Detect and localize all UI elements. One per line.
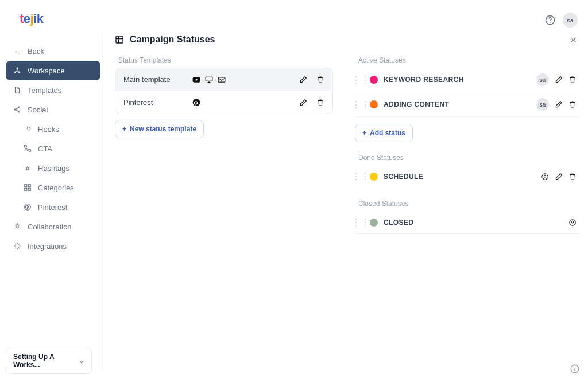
- delete-icon[interactable]: [568, 173, 577, 181]
- new-template-button[interactable]: + New status template: [115, 120, 204, 138]
- hook-icon: [23, 124, 32, 134]
- integrations-icon: [13, 241, 22, 251]
- status-name: SCHEDULE: [384, 173, 535, 181]
- delete-icon[interactable]: [316, 76, 324, 84]
- svg-point-5: [18, 107, 20, 108]
- active-statuses-heading: Active Statuses: [358, 56, 579, 64]
- svg-point-6: [14, 109, 16, 110]
- hashtag-icon: #: [23, 163, 32, 173]
- sidebar: ← Back Workspace Templates Social Hooks …: [6, 34, 100, 256]
- mail-icon: [218, 76, 226, 84]
- drag-handle-icon[interactable]: ⋮⋮: [357, 99, 364, 110]
- delete-icon[interactable]: [568, 100, 577, 108]
- button-label: Add status: [370, 129, 405, 137]
- svg-rect-13: [116, 36, 123, 43]
- status-row: ⋮⋮ SCHEDULE: [355, 165, 579, 188]
- status-row: ⋮⋮ CLOSED: [355, 211, 579, 234]
- status-color-dot: [370, 100, 378, 108]
- status-color-dot: [370, 76, 378, 84]
- nav-collaboration[interactable]: Collaboration: [6, 217, 100, 236]
- nav-label: Integrations: [28, 242, 67, 251]
- status-color-dot: [370, 173, 378, 181]
- collaboration-icon: [13, 222, 22, 231]
- edit-icon[interactable]: [555, 100, 563, 108]
- user-avatar[interactable]: sa: [563, 13, 578, 28]
- delete-icon[interactable]: [568, 76, 577, 84]
- nav-label: Templates: [28, 86, 61, 95]
- nav-label: Workspace: [28, 67, 65, 75]
- edit-icon[interactable]: [299, 99, 307, 107]
- chevron-down-icon: ⌄: [79, 357, 84, 365]
- pinterest-icon: [192, 99, 200, 107]
- template-row[interactable]: Pinterest: [115, 91, 332, 114]
- svg-rect-9: [28, 185, 30, 187]
- nav-categories[interactable]: Categories: [6, 178, 100, 197]
- status-row: ⋮⋮ KEYWORD RESEARCH sa: [355, 68, 579, 92]
- template-name: Main template: [123, 75, 192, 84]
- svg-point-2: [17, 67, 18, 69]
- assignee-icon[interactable]: [568, 219, 577, 227]
- back-button[interactable]: ← Back: [6, 41, 100, 61]
- status-color-dot: [370, 219, 378, 227]
- nav-label: Hashtags: [38, 164, 69, 173]
- nav-workspace[interactable]: Workspace: [6, 61, 100, 80]
- nav-integrations[interactable]: Integrations: [6, 236, 100, 256]
- nav-pinterest[interactable]: Pinterest: [6, 197, 100, 217]
- status-name: CLOSED: [384, 219, 563, 227]
- onboarding-pill[interactable]: Setting Up A Works... ⌄: [6, 348, 92, 374]
- drag-handle-icon[interactable]: ⋮⋮: [357, 75, 364, 85]
- templates-heading: Status Templates: [118, 56, 333, 64]
- brand-logo: tejik: [20, 11, 44, 26]
- template-name: Pinterest: [123, 98, 192, 107]
- add-status-button[interactable]: + Add status: [355, 124, 413, 142]
- nav-label: Back: [28, 47, 44, 56]
- edit-icon[interactable]: [555, 76, 563, 84]
- pinterest-icon: [23, 202, 32, 212]
- drag-handle-icon[interactable]: ⋮⋮: [357, 217, 364, 228]
- template-row[interactable]: Main template: [115, 68, 332, 91]
- nav-label: Hooks: [38, 125, 59, 134]
- assignee-icon[interactable]: [541, 173, 549, 181]
- share-icon: [13, 105, 22, 114]
- svg-rect-11: [28, 188, 30, 190]
- youtube-icon: [192, 76, 200, 84]
- plus-icon: +: [362, 129, 366, 137]
- help-icon[interactable]: [543, 13, 557, 27]
- assignee-avatar[interactable]: sa: [536, 98, 549, 111]
- workspace-icon: [13, 66, 22, 75]
- close-icon[interactable]: ×: [570, 34, 577, 46]
- status-name: ADDING CONTENT: [384, 100, 531, 108]
- nav-social[interactable]: Social: [6, 100, 100, 119]
- svg-point-21: [571, 221, 574, 223]
- nav-label: CTA: [38, 145, 52, 153]
- svg-rect-15: [206, 77, 212, 81]
- nav-hooks[interactable]: Hooks: [6, 119, 100, 139]
- status-row: ⋮⋮ ADDING CONTENT sa: [355, 92, 579, 117]
- svg-rect-10: [25, 188, 27, 190]
- assignee-avatar[interactable]: sa: [536, 73, 549, 86]
- closed-statuses-heading: Closed Statuses: [358, 200, 579, 208]
- page-title: Campaign Statuses: [130, 34, 215, 45]
- edit-icon[interactable]: [299, 76, 307, 84]
- edit-icon[interactable]: [555, 173, 563, 181]
- info-icon[interactable]: [570, 364, 580, 374]
- document-icon: [13, 85, 22, 95]
- nav-hashtags[interactable]: # Hashtags: [6, 158, 100, 178]
- delete-icon[interactable]: [316, 99, 324, 107]
- done-statuses-heading: Done Statuses: [358, 154, 579, 162]
- plus-icon: +: [122, 125, 126, 133]
- nav-label: Pinterest: [38, 203, 67, 212]
- svg-point-7: [18, 111, 20, 112]
- status-name: KEYWORD RESEARCH: [384, 76, 531, 84]
- nav-cta[interactable]: CTA: [6, 139, 100, 158]
- grid-icon: [115, 35, 124, 44]
- drag-handle-icon[interactable]: ⋮⋮: [357, 171, 364, 182]
- svg-point-23: [574, 367, 575, 367]
- nav-templates[interactable]: Templates: [6, 80, 100, 100]
- svg-rect-16: [218, 77, 225, 81]
- sidebar-divider: [102, 34, 103, 371]
- desktop-icon: [205, 76, 213, 84]
- onboarding-label: Setting Up A Works...: [13, 353, 74, 369]
- grid-icon: [23, 183, 32, 192]
- nav-label: Categories: [38, 184, 74, 192]
